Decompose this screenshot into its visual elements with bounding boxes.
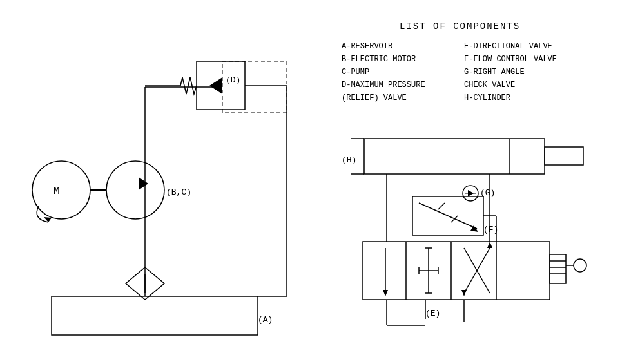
svg-text:A-RESERVOIR: A-RESERVOIR xyxy=(342,42,392,51)
svg-marker-46 xyxy=(468,190,474,196)
svg-text:(E): (E) xyxy=(425,309,440,318)
svg-point-3 xyxy=(32,161,90,219)
svg-marker-62 xyxy=(487,242,492,248)
svg-line-43 xyxy=(451,216,458,222)
svg-text:F-FLOW CONTROL VALVE: F-FLOW CONTROL VALVE xyxy=(464,55,557,64)
svg-rect-15 xyxy=(222,61,287,113)
svg-text:LIST  OF  COMPONENTS: LIST OF COMPONENTS xyxy=(400,21,520,32)
svg-text:(H): (H) xyxy=(342,155,356,165)
main-container: M xyxy=(0,0,620,364)
svg-marker-52 xyxy=(383,290,388,296)
svg-text:CHECK VALVE: CHECK VALVE xyxy=(464,81,515,90)
svg-text:(F): (F) xyxy=(483,225,498,235)
svg-rect-63 xyxy=(550,254,566,283)
svg-text:(A): (A) xyxy=(258,315,273,325)
svg-text:(G): (G) xyxy=(480,188,495,198)
schematic-svg: M xyxy=(0,0,620,364)
svg-text:(B,C): (B,C) xyxy=(166,187,191,197)
svg-rect-33 xyxy=(545,147,583,165)
svg-rect-47 xyxy=(363,242,550,300)
svg-text:E-DIRECTIONAL VALVE: E-DIRECTIONAL VALVE xyxy=(464,42,552,51)
svg-rect-32 xyxy=(364,139,545,174)
svg-line-42 xyxy=(438,203,445,209)
svg-point-67 xyxy=(574,259,586,272)
svg-marker-13 xyxy=(209,77,222,94)
svg-text:(D): (D) xyxy=(226,75,240,85)
svg-text:D-MAXIMUM PRESSURE: D-MAXIMUM PRESSURE xyxy=(342,81,425,90)
svg-marker-61 xyxy=(461,290,467,296)
svg-marker-7 xyxy=(139,177,148,190)
svg-text:H-CYLINDER: H-CYLINDER xyxy=(464,93,510,102)
svg-text:C-PUMP: C-PUMP xyxy=(342,68,369,77)
svg-text:B-ELECTRIC MOTOR: B-ELECTRIC MOTOR xyxy=(342,55,416,64)
svg-point-6 xyxy=(106,161,164,219)
svg-rect-0 xyxy=(52,296,258,335)
svg-text:M: M xyxy=(53,186,60,197)
svg-line-40 xyxy=(419,203,477,229)
svg-text:G-RIGHT ANGLE: G-RIGHT ANGLE xyxy=(464,68,525,77)
svg-text:(RELIEF) VALVE: (RELIEF) VALVE xyxy=(342,93,407,102)
